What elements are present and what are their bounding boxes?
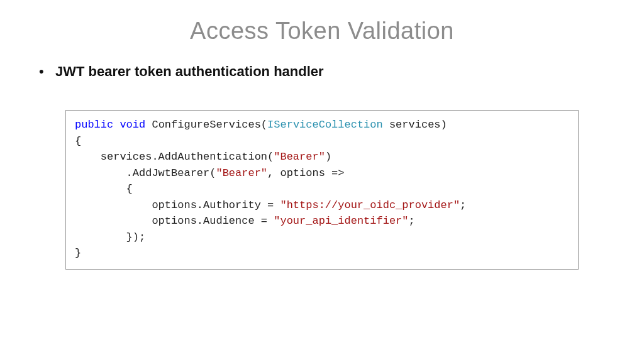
bullet-item: JWT bearer token authentication handler xyxy=(39,63,644,80)
line-audience: options.Audience = xyxy=(75,215,274,227)
brace-open: { xyxy=(75,135,81,147)
brace-close: } xyxy=(75,247,81,259)
line-services: services.AddAuthentication( xyxy=(75,151,274,163)
code-block: public void ConfigureServices(IServiceCo… xyxy=(65,110,579,270)
string-authority: "https://your_oidc_provider" xyxy=(280,199,460,211)
slide-title: Access Token Validation xyxy=(0,18,644,45)
type-name: IServiceCollection xyxy=(267,119,383,131)
keyword-public: public xyxy=(75,119,113,131)
slide: Access Token Validation JWT bearer token… xyxy=(0,18,644,362)
brace-open-2: { xyxy=(75,183,133,195)
lambda-arrow: , options => xyxy=(267,167,344,179)
param-close: services) xyxy=(383,119,447,131)
keyword-void: void xyxy=(119,119,145,131)
line-addjwt: .AddJwtBearer( xyxy=(75,167,216,179)
lambda-close: }); xyxy=(75,231,145,243)
semicolon-1: ; xyxy=(460,199,466,211)
string-bearer-1: "Bearer" xyxy=(274,151,325,163)
string-audience: "your_api_identifier" xyxy=(274,215,408,227)
semicolon-2: ; xyxy=(409,215,415,227)
method-name: ConfigureServices( xyxy=(145,119,267,131)
string-bearer-2: "Bearer" xyxy=(216,167,267,179)
line-authority: options.Authority = xyxy=(75,199,280,211)
paren-close: ) xyxy=(325,151,331,163)
